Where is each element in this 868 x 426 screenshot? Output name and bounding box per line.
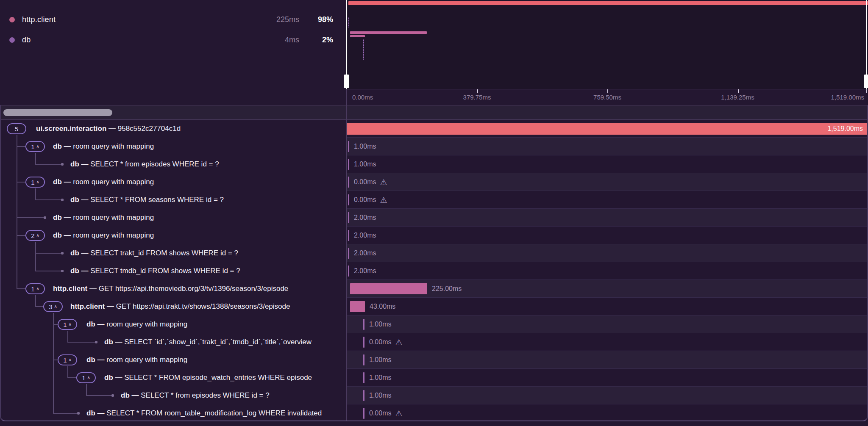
span-row-label[interactable]: 5ui.screen.interaction — 958c552c27704c1… [0,120,347,138]
span-row-bar[interactable]: 0.00ms⚠ [347,404,868,420]
duration-label: 2.00ms [354,214,376,221]
span-title: db — SELECT `id`,`show_id`,`trakt_id`,`t… [104,333,312,351]
connector-line [35,295,36,307]
span-row-label[interactable]: db — room query with mapping [0,209,347,227]
span-row-bar[interactable]: 2.00ms [347,244,868,262]
span-row-label[interactable]: 3∧http.client — GET https://api.trakt.tv… [0,298,347,315]
span-row-label[interactable]: db — SELECT * FROM room_table_modificati… [0,404,347,420]
span-row-bar[interactable]: 2.00ms [347,227,868,244]
duration-label: 1.00ms [369,321,391,328]
span-description: room query with mapping [73,231,154,239]
duration-label: 225.00ms [432,285,462,293]
viewport-handle-right[interactable] [862,0,868,89]
children-count-badge[interactable]: 1∧ [25,141,45,152]
separator-dash: — [81,196,91,204]
span-operation: db [70,249,81,257]
children-count-badge[interactable]: 5 [7,123,26,134]
span-operation: ui.screen.interaction [36,124,108,133]
legend-item-percent: 98% [318,15,333,24]
chevron-up-icon: ∧ [36,144,39,149]
span-row-label[interactable]: 1∧db — room query with mapping [0,138,347,155]
span-row-label[interactable]: 2∧db — room query with mapping [0,227,347,244]
children-count-badge[interactable]: 1∧ [58,354,77,365]
viewport-handle-grip[interactable] [864,75,868,88]
connector-line [35,188,36,200]
separator-dash: — [81,267,91,275]
root-duration-bar[interactable]: 1,519.00ms [347,123,868,135]
duration-bar [363,408,364,419]
warning-icon: ⚠ [380,195,387,205]
span-operation: db [86,409,97,417]
span-waterfall: 1,519.00ms1.00ms1.00ms0.00ms⚠0.00ms⚠2.00… [347,120,868,420]
span-row-bar[interactable]: 1.00ms [347,351,868,369]
connector-dot [61,163,64,166]
connector-line [86,395,112,396]
children-count-badge[interactable]: 1∧ [25,283,45,294]
children-count: 1 [82,374,85,382]
separator-dash: — [115,373,125,382]
span-description: room query with mapping [106,356,187,364]
scrollbar-thumb[interactable] [3,109,112,116]
span-row-label[interactable]: 1∧db — SELECT * FROM episode_watch_entri… [0,369,347,387]
duration-label: 2.00ms [354,232,376,239]
span-row-bar[interactable]: 1.00ms [347,315,868,333]
span-row-bar[interactable]: 0.00ms⚠ [347,333,868,351]
span-row-bar[interactable]: 0.00ms⚠ [347,191,868,209]
panel-divider [346,89,347,420]
connector-line [17,182,26,183]
legend-item-name: db [22,36,31,44]
children-count-badge[interactable]: 1∧ [25,177,45,188]
span-description: room query with mapping [73,142,154,150]
span-row-bar[interactable]: 2.00ms [347,262,868,280]
span-operation: db [121,391,132,399]
children-count-badge[interactable]: 3∧ [43,301,63,312]
trace-minimap[interactable] [347,0,868,89]
connector-dot [61,252,64,254]
viewport-handle-left[interactable] [345,0,351,89]
children-count: 1 [63,321,67,328]
separator-dash: — [64,213,73,221]
children-count-badge[interactable]: 2∧ [25,230,45,241]
axis-tick-mark [477,89,478,93]
connector-line [35,153,36,165]
http-client-color-dot [9,17,15,22]
span-row-label[interactable]: 1∧db — room query with mapping [0,173,347,191]
span-row-bar[interactable]: 1,519.00ms [347,120,868,138]
span-operation: db [86,356,97,364]
axis-tick-mark [866,89,867,93]
span-row-bar[interactable]: 0.00ms⚠ [347,173,868,191]
span-row-bar[interactable]: 1.00ms [347,369,868,387]
connector-line [67,342,96,343]
time-axis: 0.00ms379.75ms759.50ms1,139.25ms1,519.00… [347,89,868,105]
separator-dash: — [115,338,125,346]
children-count: 1 [63,357,67,364]
span-row-bar[interactable]: 225.00ms [347,280,868,298]
span-operation: http.client [53,285,89,293]
span-row-bar[interactable]: 1.00ms [347,138,868,155]
duration-bar [348,230,349,241]
span-description: GET https://api.trakt.tv/shows/1388/seas… [116,302,290,310]
children-count-badge[interactable]: 1∧ [58,319,77,330]
span-row-label[interactable]: 1∧http.client — GET https://api.themovie… [0,280,347,298]
span-row-label[interactable]: 1∧db — room query with mapping [0,315,347,333]
viewport-handle-grip[interactable] [344,75,349,88]
warning-icon: ⚠ [395,337,402,347]
duration-bar [348,194,349,205]
warning-icon: ⚠ [380,177,387,187]
span-row-label[interactable]: 1∧db — room query with mapping [0,351,347,369]
children-count-badge[interactable]: 1∧ [76,372,96,383]
span-description: room query with mapping [73,213,154,221]
separator-dash: — [64,231,73,239]
span-row-label[interactable]: db — SELECT `id`,`show_id`,`trakt_id`,`t… [0,333,347,351]
duration-bar [348,248,349,259]
span-row-bar[interactable]: 1.00ms [347,387,868,404]
span-row-bar[interactable]: 43.00ms [347,298,868,315]
span-description: SELECT * FROM episode_watch_entries WHER… [124,373,312,382]
span-row-bar[interactable]: 1.00ms [347,155,868,173]
span-row-label[interactable]: db — SELECT * from episodes WHERE id = ? [0,387,347,404]
legend-item-duration: 225ms [276,15,299,24]
span-row-bar[interactable]: 2.00ms [347,209,868,227]
minimap-http-span-bar-225 [350,31,427,34]
separator-dash: — [107,302,116,310]
chevron-up-icon: ∧ [36,286,39,291]
